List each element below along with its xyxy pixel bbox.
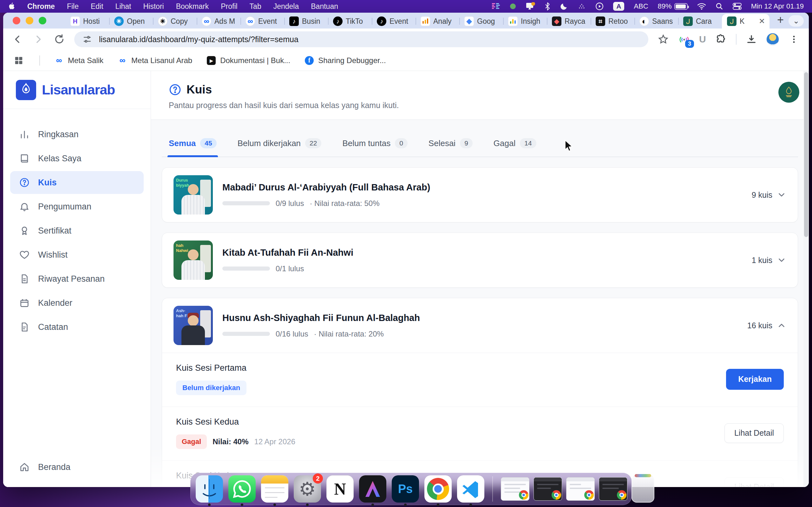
tab-tiktok-events[interactable]: ♪Event [372,14,415,29]
sidebar-item-kelas-saya[interactable]: Kelas Saya [10,147,144,170]
input-language-badge[interactable]: A [613,2,624,11]
dock-minimized-window-2[interactable] [534,475,561,503]
new-tab-button[interactable]: + [774,13,787,29]
downloads-icon[interactable] [745,33,757,45]
tab-hostinger[interactable]: HHosti [65,14,109,29]
dock-vscode-icon[interactable] [457,475,484,503]
zoom-window-button[interactable] [39,17,46,24]
u-extension-icon[interactable]: U [699,34,706,45]
url-text[interactable]: lisanularab.id/dashboard/my-quiz-attempt… [99,35,299,44]
forward-button[interactable] [32,33,44,45]
keyboard-dots-icon[interactable] [577,3,586,10]
sidebar-item-kuis[interactable]: Kuis [10,171,144,194]
sidebar-item-kalender[interactable]: Kalender [10,291,144,314]
sidebar-item-ringkasan[interactable]: Ringkasan [10,123,144,146]
dock-chrome-icon[interactable] [424,475,452,503]
kerjakan-button[interactable]: Kerjakan [726,369,784,390]
menu-clock[interactable]: Min 12 Apr 01.19 [751,2,804,10]
close-tab-icon[interactable]: ✕ [757,17,767,26]
tab-search-button[interactable]: ⌄ [789,15,804,26]
bookmark-star-icon[interactable] [657,33,669,45]
tab-analytics[interactable]: Analy [415,14,459,29]
tab-tiktok-business[interactable]: ♪Busin [284,14,328,29]
signal-extension-icon[interactable]: 3 [678,33,690,45]
battery-indicator[interactable]: 89% [658,2,688,10]
filter-tab-belum-dikerjakan[interactable]: Belum dikerjakan22 [238,138,322,157]
reload-button[interactable] [53,33,65,45]
dock-arc-icon[interactable] [359,475,386,503]
bluetooth-icon[interactable] [545,2,550,10]
spotlight-search-icon[interactable] [716,3,723,10]
bookmark-meta-salik[interactable]: ∞Meta Salik [55,56,103,65]
back-button[interactable] [11,33,23,45]
istat-bars-icon[interactable] [492,3,500,10]
tab-events-meta[interactable]: ∞Event [241,14,284,29]
wifi-icon[interactable] [697,3,706,10]
user-avatar[interactable] [778,82,799,103]
tab-saans[interactable]: ◐Saans [635,14,678,29]
menu-app-name[interactable]: Chrome [27,2,55,11]
dock-minimized-window-3[interactable] [566,475,594,503]
chevron-down-icon[interactable] [777,256,786,265]
scrollbar-thumb[interactable] [804,72,808,237]
dock-trash-icon[interactable] [631,475,659,503]
control-center-icon[interactable] [733,3,742,10]
bookmark-meta-lisanul-arab[interactable]: ∞Meta Lisanul Arab [118,56,192,65]
menu-jendela[interactable]: Jendela [273,2,299,11]
site-settings-icon[interactable] [81,33,93,45]
apps-grid-icon[interactable] [13,55,25,66]
play-circle-icon[interactable] [595,2,604,10]
chrome-menu-kebab-icon[interactable] [788,33,800,45]
brand-logo[interactable]: Lisanularab [3,71,151,109]
profile-avatar[interactable] [766,33,779,46]
dock-whatsapp-icon[interactable] [229,475,256,503]
tab-google-ads[interactable]: ◆Goog [459,14,503,29]
menu-profil[interactable]: Profil [221,2,237,11]
filter-tab-selesai[interactable]: Selesai9 [428,138,473,157]
sidebar-item-riwayat-pesanan[interactable]: Riwayat Pesanan [10,268,144,290]
menu-histori[interactable]: Histori [143,2,164,11]
tab-kuis-active[interactable]: ﻝ K ✕ [722,14,769,29]
lihat-detail-button[interactable]: Lihat Detail [724,424,784,443]
filter-tab-gagal[interactable]: Gagal14 [494,138,537,157]
menu-bookmark[interactable]: Bookmark [176,2,209,11]
menu-file[interactable]: File [67,2,79,11]
minimize-window-button[interactable] [26,17,33,24]
filter-tab-semua[interactable]: Semua45 [169,138,217,157]
dock-minimized-window-1[interactable] [501,475,528,503]
display-notification-icon[interactable] [525,2,535,10]
sidebar-item-beranda[interactable]: Beranda [19,462,135,472]
sidebar-item-sertifikat[interactable]: Sertifikat [10,219,144,242]
apple-menu-icon[interactable] [8,2,15,10]
dock-finder-icon[interactable] [196,475,223,503]
dock-notion-icon[interactable]: N [326,475,354,503]
close-window-button[interactable] [13,17,20,24]
bookmark-dokumentasi[interactable]: ▸Dokumentasi | Buk... [207,56,290,65]
address-bar[interactable]: lisanularab.id/dashboard/my-quiz-attempt… [74,32,648,47]
lihat-detail-button[interactable]: Lihat Detail [724,477,784,487]
menu-edit[interactable]: Edit [91,2,103,11]
extensions-puzzle-icon[interactable] [715,33,727,45]
menu-tab[interactable]: Tab [250,2,261,11]
bookmark-sharing-debugger[interactable]: fSharing Debugger... [305,56,386,65]
menu-bantuan[interactable]: Bantuan [311,2,338,11]
input-method-label[interactable]: ABC [634,2,648,10]
tab-chatgpt[interactable]: ✳Copy [153,14,197,29]
chevron-up-icon[interactable] [777,321,786,330]
chevron-down-icon[interactable] [777,190,786,200]
sidebar-item-wishlist[interactable]: Wishlist [10,243,144,266]
dock-minimized-window-4[interactable] [599,475,626,503]
page-scrollbar[interactable] [803,71,809,487]
dock-photoshop-icon[interactable]: Ps [392,475,419,503]
tab-tiktok[interactable]: ♪TikTo [328,14,372,29]
course-header[interactable]: Ash-hah Fii Husnu Ash-Shiyaghah Fii Funu… [162,298,798,353]
status-green-dot-icon[interactable] [510,3,516,9]
sidebar-item-pengumuman[interactable]: Pengumuman [10,195,144,218]
sidebar-item-catatan[interactable]: Catatan [10,316,144,338]
dock-settings-icon[interactable]: 2 ⚙ [294,475,321,503]
tab-insights[interactable]: Insigh [503,14,547,29]
filter-tab-belum-tuntas[interactable]: Belum tuntas0 [342,138,407,157]
tab-openai[interactable]: ✳Open [109,14,153,29]
tab-cara[interactable]: ﻝCara [678,14,722,29]
course-header[interactable]: Durusbiyyah Mabadi’ Durus Al-‘Arabiyyah … [162,168,798,222]
